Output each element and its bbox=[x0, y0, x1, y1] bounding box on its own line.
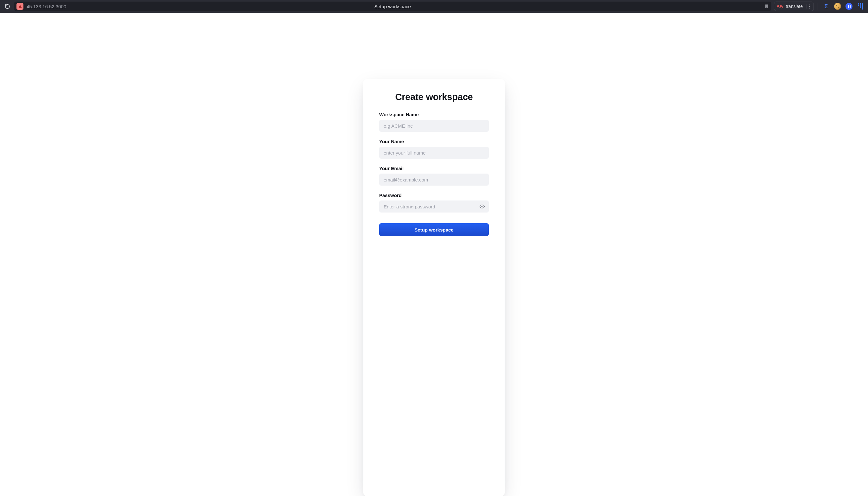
field-password: Password bbox=[379, 192, 489, 213]
setup-workspace-button[interactable]: Setup workspace bbox=[379, 223, 489, 236]
field-workspace-name: Workspace Name bbox=[379, 112, 489, 132]
eye-icon bbox=[479, 204, 485, 210]
svg-point-0 bbox=[481, 206, 483, 207]
password-input[interactable] bbox=[379, 201, 489, 213]
bookmark-icon bbox=[764, 4, 769, 9]
translate-icon: Aあ bbox=[777, 4, 784, 9]
password-label: Password bbox=[379, 192, 489, 198]
field-your-email: Your Email bbox=[379, 166, 489, 186]
page-title: Setup workspace bbox=[374, 4, 411, 9]
extension-sound[interactable] bbox=[856, 2, 865, 11]
card-heading: Create workspace bbox=[379, 92, 489, 102]
cookie-icon bbox=[834, 3, 841, 10]
workspace-name-input[interactable] bbox=[379, 120, 489, 132]
sound-icon bbox=[858, 3, 863, 10]
translate-button[interactable]: Aあ translate bbox=[774, 2, 814, 11]
workspace-name-label: Workspace Name bbox=[379, 112, 489, 117]
page-body: Create workspace Workspace Name Your Nam… bbox=[0, 13, 868, 496]
create-workspace-card: Create workspace Workspace Name Your Nam… bbox=[363, 79, 505, 496]
your-name-label: Your Name bbox=[379, 139, 489, 144]
extension-pause[interactable] bbox=[844, 2, 853, 11]
translate-menu-button[interactable] bbox=[807, 4, 811, 9]
address-bar[interactable]: 45.133.16.52:3000 Setup workspace bbox=[14, 2, 771, 11]
bookmark-button[interactable] bbox=[764, 4, 769, 9]
reload-icon bbox=[5, 4, 10, 9]
toggle-password-visibility[interactable] bbox=[479, 203, 486, 210]
your-email-label: Your Email bbox=[379, 166, 489, 171]
address-url: 45.133.16.52:3000 bbox=[27, 4, 66, 9]
translate-label: translate bbox=[786, 4, 803, 9]
browser-toolbar: 45.133.16.52:3000 Setup workspace Aあ tra… bbox=[0, 0, 868, 13]
pause-icon bbox=[846, 3, 852, 10]
your-email-input[interactable] bbox=[379, 174, 489, 186]
toolbar-divider bbox=[818, 3, 818, 10]
reload-button[interactable] bbox=[3, 2, 11, 11]
sigma-icon: Σ bbox=[825, 3, 828, 10]
site-security-badge bbox=[16, 3, 24, 10]
extension-sigma[interactable]: Σ bbox=[822, 2, 831, 11]
field-your-name: Your Name bbox=[379, 139, 489, 159]
your-name-input[interactable] bbox=[379, 146, 489, 159]
warning-icon bbox=[18, 4, 22, 9]
extension-cookie[interactable] bbox=[833, 2, 842, 11]
